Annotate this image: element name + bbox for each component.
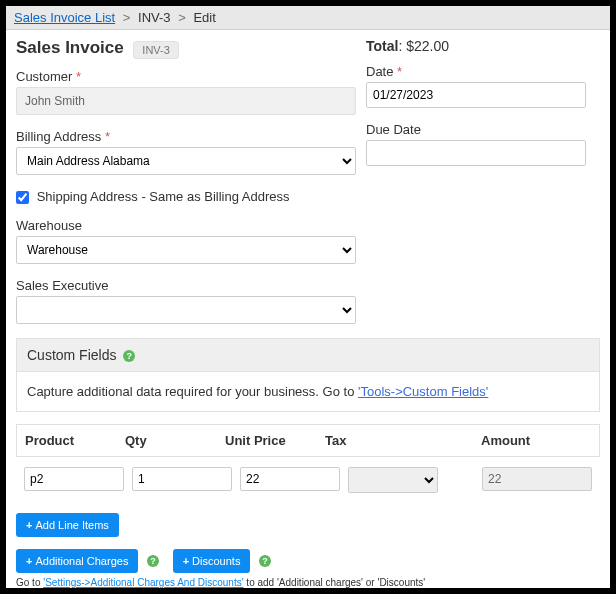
line-items-header: Product Qty Unit Price Tax Amount: [16, 424, 600, 457]
col-qty: Qty: [125, 433, 225, 448]
due-date-label: Due Date: [366, 122, 586, 137]
breadcrumb-item: INV-3: [138, 10, 171, 25]
charges-hint: Go to 'Settings->Additional Charges And …: [16, 577, 600, 588]
col-tax: Tax: [325, 433, 415, 448]
customer-value[interactable]: John Smith: [16, 87, 356, 115]
ship-same-label: Shipping Address - Same as Billing Addre…: [37, 189, 290, 204]
total-display: Total: $22.00: [366, 38, 586, 54]
warehouse-select[interactable]: Warehouse: [16, 236, 356, 264]
settings-link[interactable]: 'Settings->Additional Charges And Discou…: [43, 577, 243, 588]
plus-icon: +: [183, 555, 189, 567]
discounts-button[interactable]: +Discounts: [173, 549, 251, 573]
tax-select[interactable]: [348, 467, 438, 493]
custom-fields-body: Capture additional data required for you…: [16, 372, 600, 412]
amount-output: [482, 467, 592, 491]
help-icon[interactable]: ?: [123, 350, 135, 362]
line-item-row: [16, 457, 600, 503]
warehouse-label: Warehouse: [16, 218, 356, 233]
additional-charges-button[interactable]: +Additional Charges: [16, 549, 138, 573]
col-product: Product: [25, 433, 125, 448]
add-line-items-button[interactable]: +Add Line Items: [16, 513, 119, 537]
page-title: Sales Invoice: [16, 38, 124, 58]
unit-price-input[interactable]: [240, 467, 340, 491]
breadcrumb-sep: >: [123, 10, 131, 25]
qty-input[interactable]: [132, 467, 232, 491]
plus-icon: +: [26, 555, 32, 567]
breadcrumb-sep: >: [178, 10, 186, 25]
salesexec-label: Sales Executive: [16, 278, 356, 293]
custom-fields-link[interactable]: 'Tools->Custom Fields': [358, 384, 488, 399]
plus-icon: +: [26, 519, 32, 531]
breadcrumb-leaf: Edit: [193, 10, 215, 25]
date-label: Date *: [366, 64, 586, 79]
ship-same-checkbox[interactable]: [16, 191, 29, 204]
invoice-id-chip: INV-3: [133, 41, 179, 59]
product-input[interactable]: [24, 467, 124, 491]
col-amount: Amount: [481, 433, 591, 448]
due-date-field[interactable]: [366, 140, 586, 166]
billing-address-select[interactable]: Main Address Alabama: [16, 147, 356, 175]
breadcrumb: Sales Invoice List > INV-3 > Edit: [6, 6, 610, 30]
date-field[interactable]: [366, 82, 586, 108]
billing-label: Billing Address *: [16, 129, 356, 144]
salesexec-select[interactable]: [16, 296, 356, 324]
customer-label: Customer *: [16, 69, 356, 84]
help-icon[interactable]: ?: [259, 555, 271, 567]
help-icon[interactable]: ?: [147, 555, 159, 567]
col-price: Unit Price: [225, 433, 325, 448]
breadcrumb-root-link[interactable]: Sales Invoice List: [14, 10, 115, 25]
custom-fields-header: Custom Fields ?: [16, 338, 600, 372]
